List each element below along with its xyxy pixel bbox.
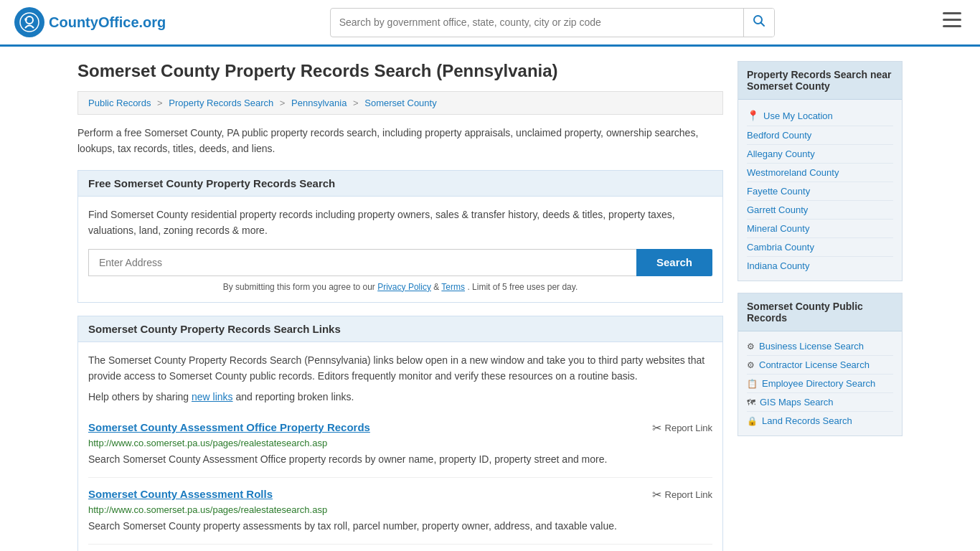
page-title: Somerset County Property Records Search … bbox=[77, 61, 723, 81]
search-button[interactable]: Search bbox=[636, 249, 712, 276]
sidebar-link-contractor-license[interactable]: ⚙ Contractor License Search bbox=[747, 356, 893, 375]
breadcrumb-somerset-county[interactable]: Somerset County bbox=[364, 98, 436, 108]
header-search-container bbox=[330, 8, 775, 37]
form-disclaimer: By submitting this form you agree to our… bbox=[88, 282, 712, 292]
terms-link[interactable]: Terms bbox=[441, 282, 465, 292]
svg-point-2 bbox=[24, 18, 27, 21]
breadcrumb: Public Records > Property Records Search… bbox=[77, 91, 723, 115]
sidebar-public-records-section: Somerset County Public Records ⚙ Busines… bbox=[738, 293, 903, 436]
header: CountyOffice.org bbox=[0, 0, 980, 47]
report-icon: ✂ bbox=[652, 421, 661, 435]
svg-point-0 bbox=[20, 13, 39, 32]
link-item-desc: Search Somerset County Assessment Office… bbox=[88, 452, 712, 467]
logo-text: CountyOffice.org bbox=[49, 14, 166, 31]
gis-maps-icon: 🗺 bbox=[747, 397, 755, 408]
sidebar-link-cambria[interactable]: Cambria County bbox=[747, 238, 893, 257]
svg-line-4 bbox=[760, 22, 764, 26]
contractor-license-icon: ⚙ bbox=[747, 360, 755, 370]
sidebar-nearby-heading: Property Records Search near Somerset Co… bbox=[738, 62, 902, 100]
links-content: The Somerset County Property Records Sea… bbox=[78, 342, 722, 551]
links-section: Somerset County Property Records Search … bbox=[77, 316, 723, 551]
link-item-url[interactable]: http://www.co.somerset.pa.us/pages/reale… bbox=[88, 504, 712, 515]
business-license-icon: ⚙ bbox=[747, 342, 755, 352]
sidebar-link-gis-maps[interactable]: 🗺 GIS Maps Search bbox=[747, 393, 893, 412]
link-item-url[interactable]: http://www.co.somerset.pa.us/pages/reale… bbox=[88, 438, 712, 448]
sidebar-link-land-records[interactable]: 🔒 Land Records Search bbox=[747, 412, 893, 430]
link-item-desc: Search Somerset County property assessme… bbox=[88, 519, 712, 534]
link-item: Somerset County Assessment Office Proper… bbox=[88, 411, 712, 478]
new-links-link[interactable]: new links bbox=[192, 391, 233, 402]
free-search-heading: Free Somerset County Property Records Se… bbox=[78, 171, 722, 197]
employee-directory-icon: 📋 bbox=[747, 379, 758, 389]
property-search-form: Search bbox=[88, 249, 712, 276]
sidebar-link-bedford[interactable]: Bedford County bbox=[747, 126, 893, 145]
link-items-container: Somerset County Assessment Office Proper… bbox=[88, 411, 712, 545]
breadcrumb-public-records[interactable]: Public Records bbox=[88, 98, 151, 108]
header-search-input[interactable] bbox=[331, 11, 743, 34]
header-search-button[interactable] bbox=[743, 9, 774, 37]
hamburger-menu-button[interactable] bbox=[938, 8, 966, 37]
breadcrumb-pennsylvania[interactable]: Pennsylvania bbox=[291, 98, 347, 108]
address-input[interactable] bbox=[88, 249, 636, 276]
report-link-button[interactable]: ✂ Report Link bbox=[652, 488, 712, 501]
logo-icon bbox=[14, 7, 44, 37]
sidebar-link-garrett[interactable]: Garrett County bbox=[747, 201, 893, 220]
location-icon: 📍 bbox=[747, 110, 759, 121]
main-layout: Somerset County Property Records Search … bbox=[67, 61, 913, 551]
free-search-content: Find Somerset County residential propert… bbox=[78, 197, 722, 302]
links-heading: Somerset County Property Records Search … bbox=[78, 316, 722, 342]
logo[interactable]: CountyOffice.org bbox=[14, 7, 166, 37]
sidebar-link-allegany[interactable]: Allegany County bbox=[747, 145, 893, 164]
svg-rect-5 bbox=[943, 12, 961, 14]
sidebar-nearby-content: 📍 Use My Location Bedford County Allegan… bbox=[738, 100, 902, 281]
sidebar-link-mineral[interactable]: Mineral County bbox=[747, 220, 893, 238]
report-icon: ✂ bbox=[652, 488, 661, 501]
sidebar: Property Records Search near Somerset Co… bbox=[738, 61, 903, 551]
link-item-title[interactable]: Somerset County Assessment Office Proper… bbox=[88, 421, 370, 433]
sidebar-public-records-heading: Somerset County Public Records bbox=[738, 293, 902, 331]
sidebar-link-indiana[interactable]: Indiana County bbox=[747, 257, 893, 275]
link-item-title[interactable]: Somerset County Assessment Rolls bbox=[88, 488, 273, 500]
use-my-location-link[interactable]: 📍 Use My Location bbox=[747, 105, 893, 126]
svg-rect-7 bbox=[943, 25, 961, 27]
page-description: Perform a free Somerset County, PA publi… bbox=[77, 125, 723, 157]
content-area: Somerset County Property Records Search … bbox=[77, 61, 723, 551]
sidebar-link-westmoreland[interactable]: Westmoreland County bbox=[747, 164, 893, 182]
share-links: Help others by sharing new links and rep… bbox=[88, 391, 712, 402]
free-search-description: Find Somerset County residential propert… bbox=[88, 207, 712, 239]
sidebar-link-fayette[interactable]: Fayette County bbox=[747, 182, 893, 201]
breadcrumb-property-records-search[interactable]: Property Records Search bbox=[169, 98, 273, 108]
sidebar-public-records-content: ⚙ Business License Search ⚙ Contractor L… bbox=[738, 331, 902, 435]
report-link-button[interactable]: ✂ Report Link bbox=[652, 421, 712, 435]
free-search-section: Free Somerset County Property Records Se… bbox=[77, 170, 723, 303]
privacy-policy-link[interactable]: Privacy Policy bbox=[377, 282, 431, 292]
links-description: The Somerset County Property Records Sea… bbox=[88, 352, 712, 385]
land-records-icon: 🔒 bbox=[747, 416, 758, 426]
link-item: Somerset County Assessment Rolls ✂ Repor… bbox=[88, 478, 712, 545]
sidebar-link-employee-directory[interactable]: 📋 Employee Directory Search bbox=[747, 375, 893, 393]
sidebar-link-business-license[interactable]: ⚙ Business License Search bbox=[747, 337, 893, 356]
svg-rect-6 bbox=[943, 19, 961, 21]
sidebar-nearby-section: Property Records Search near Somerset Co… bbox=[738, 61, 903, 281]
